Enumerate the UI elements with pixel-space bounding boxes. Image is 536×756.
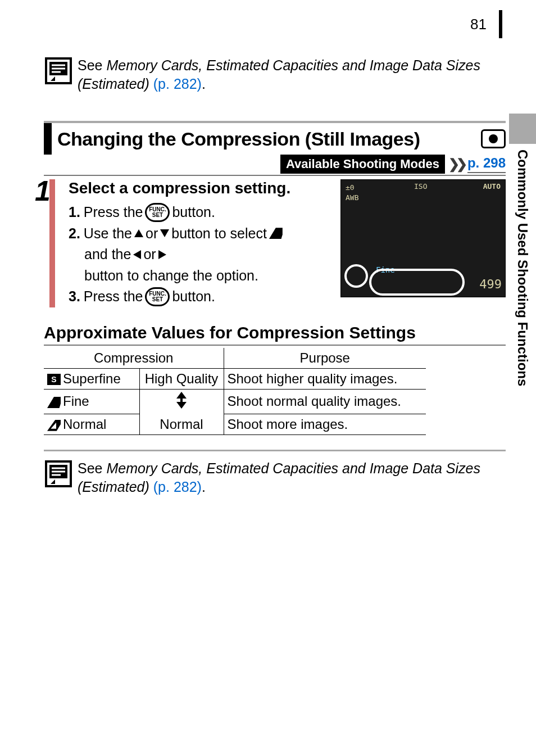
row1-purpose: Shoot higher quality images. (224, 368, 426, 389)
func-bot: SET (152, 212, 163, 218)
up-down-arrow-icon (176, 392, 187, 409)
li2-e: or (143, 244, 156, 265)
row1-quality: High Quality (139, 368, 224, 389)
highlight-circle-big (369, 269, 465, 296)
reference-icon (44, 56, 78, 88)
row2-purpose: Shoot normal quality images. (224, 389, 426, 414)
page: 81 Commonly Used Shooting Functions See … (0, 0, 536, 756)
table-heading: Approximate Values for Compression Setti… (44, 323, 506, 346)
li1-a: Press the (84, 202, 143, 223)
step-1-2: 2. Use the or button to select (69, 223, 335, 245)
left-arrow-icon (133, 250, 141, 259)
camera-mode-icon (481, 129, 506, 148)
note-bottom: See Memory Cards, Estimated Capacities a… (44, 450, 506, 496)
li2-num: 2. (69, 223, 80, 245)
note-bottom-text: See Memory Cards, Estimated Capacities a… (78, 459, 506, 496)
section-title: Changing the Compression (Still Images) (57, 128, 478, 150)
li2-d: and the (84, 244, 131, 265)
li3-num: 3. (69, 286, 80, 307)
normal-icon (47, 420, 61, 431)
row1-name: SSuperfine (44, 368, 139, 389)
step-1-2b: and the or button to change the option. (69, 244, 335, 286)
step-text: Select a compression setting. 1. Press t… (69, 179, 335, 307)
row2-label: Fine (63, 393, 89, 409)
step-1-1: 1. Press the FUNC. SET button. (69, 202, 335, 223)
section: Changing the Compression (Still Images) … (44, 121, 506, 496)
step-1: 1 Select a compression setting. 1. Press… (44, 179, 506, 307)
note2-prefix: See (78, 460, 106, 476)
func-bot2: SET (152, 297, 163, 302)
compression-table: Compression Purpose SSuperfine High Qual… (44, 348, 426, 436)
right-arrow-icon (158, 250, 166, 259)
li1-num: 1. (69, 202, 80, 223)
chevrons-icon: ❯❯ (448, 156, 464, 172)
page-number-rule (499, 10, 502, 38)
hud-ev: ±0 (346, 183, 355, 192)
note-top: See Memory Cards, Estimated Capacities a… (44, 56, 506, 93)
li2-f: button to change the option. (84, 265, 258, 287)
li3-a: Press the (84, 286, 143, 307)
screenshot-count: 499 (479, 277, 502, 291)
row3-name: Normal (44, 414, 139, 435)
th-purpose: Purpose (224, 348, 426, 369)
note-suffix: . (202, 76, 206, 92)
step-num-col: 1 (44, 179, 61, 307)
step-content: Select a compression setting. 1. Press t… (61, 179, 506, 307)
reference-icon (44, 459, 78, 496)
row1-label: Superfine (63, 371, 121, 386)
li2-c: button to select (171, 223, 267, 245)
highlight-circle-small (344, 264, 368, 288)
side-tab-marker (509, 114, 536, 144)
modes-bar: Available Shooting Modes ❯❯ p. 298 (44, 155, 506, 176)
note-prefix: See (78, 57, 106, 73)
side-tab: Commonly Used Shooting Functions (509, 114, 536, 395)
section-header: Changing the Compression (Still Images) (44, 121, 506, 155)
hud-auto: AUTO (483, 182, 501, 191)
note2-ref-title: Memory Cards, Estimated Capacities and I… (78, 460, 480, 495)
page-number-wrap: 81 (470, 10, 506, 38)
camera-screenshot: ±0 ISO AWB AUTO Fine 499 (340, 179, 506, 297)
note2-suffix: . (202, 479, 206, 495)
li3-b: button. (172, 286, 215, 307)
row3-purpose: Shoot more images. (224, 414, 426, 435)
li1-b: button. (172, 202, 215, 223)
func-set-button-icon: FUNC. SET (145, 203, 170, 222)
section-bar (44, 123, 52, 155)
superfine-icon: S (47, 374, 61, 385)
step-title: Select a compression setting. (69, 179, 335, 197)
hud-iso: ISO (414, 182, 427, 191)
step-number: 1 (35, 175, 51, 207)
side-tab-label: Commonly Used Shooting Functions (509, 144, 530, 386)
note-ref-link[interactable]: (p. 282) (149, 76, 202, 92)
modes-link[interactable]: p. 298 (467, 155, 506, 173)
modes-label: Available Shooting Modes (280, 155, 445, 174)
fine-icon (47, 397, 61, 408)
row3-quality: Normal (139, 414, 224, 435)
row2-quality (139, 389, 224, 414)
note2-ref-link[interactable]: (p. 282) (149, 479, 202, 495)
up-arrow-icon (134, 229, 143, 237)
li2-b: or (146, 223, 158, 245)
compression-icon (269, 228, 283, 239)
th-compression: Compression (44, 348, 224, 369)
row3-label: Normal (63, 417, 106, 432)
page-number: 81 (470, 16, 489, 33)
note-top-text: See Memory Cards, Estimated Capacities a… (78, 56, 506, 93)
down-arrow-icon (160, 229, 169, 237)
step-1-3: 3. Press the FUNC. SET button. (69, 286, 335, 307)
hud-awb: AWB (346, 193, 358, 202)
note-ref-title: Memory Cards, Estimated Capacities and I… (78, 57, 480, 92)
func-set-button-icon: FUNC. SET (145, 287, 170, 306)
row2-name: Fine (44, 389, 139, 414)
li2-a: Use the (84, 223, 132, 245)
